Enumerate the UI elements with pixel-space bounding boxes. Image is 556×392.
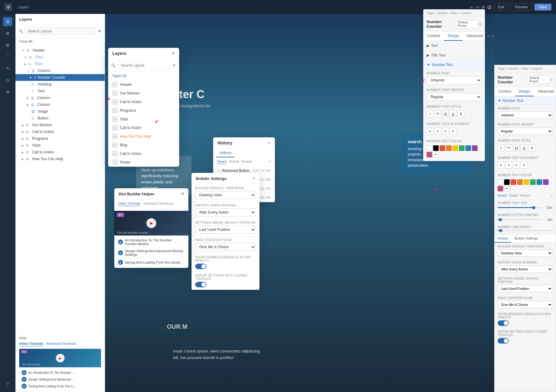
layer-toggle[interactable]: ▼ bbox=[27, 69, 30, 73]
layers-close-all[interactable]: Close All bbox=[15, 38, 105, 45]
layer-toggle[interactable]: ▶ bbox=[22, 157, 24, 161]
italic-btn[interactable]: I bbox=[427, 111, 433, 117]
layer-our-mission[interactable]: ▶ ⊞ Our Mission bbox=[15, 122, 105, 128]
panel-more-icon[interactable]: ▼ bbox=[487, 35, 490, 38]
layer-toggle[interactable]: ▶ bbox=[27, 96, 29, 100]
sidebar-settings-icon[interactable]: ⚙ bbox=[3, 87, 12, 97]
rp-color-picker[interactable]: ✏ bbox=[504, 186, 510, 191]
rp-swatch-orange[interactable] bbox=[517, 179, 523, 185]
bs-toggle-opacity[interactable] bbox=[195, 264, 206, 269]
help-video-thumb[interactable]: divi ▶ The Divi Numb... bbox=[19, 349, 101, 367]
rp-underline-btn[interactable]: U bbox=[521, 144, 528, 151]
layer-cta-2[interactable]: ▶ ⊞ Call to Action bbox=[15, 149, 105, 156]
color-picker-btn[interactable]: ✏ bbox=[433, 152, 439, 157]
layer-button[interactable]: ⊡ Button bbox=[15, 115, 105, 122]
history-subtab-saved[interactable]: Saved bbox=[217, 160, 226, 164]
history-subtab-recent[interactable]: Recent bbox=[241, 160, 252, 164]
layer-column-1[interactable]: ▼ ▥ Column bbox=[15, 67, 105, 74]
layer-toggle[interactable]: ▼ bbox=[22, 49, 25, 52]
rp-bottom-tab-history[interactable]: History bbox=[495, 235, 511, 243]
dh-list-item-3[interactable]: ▶ Saving And Loading From the Library bbox=[114, 258, 188, 267]
dh-video-thumb[interactable]: divi ▶ The Divi Number Counter ... bbox=[114, 211, 188, 236]
strikethrough-btn[interactable]: T bbox=[457, 111, 464, 117]
rp-swatch-black[interactable] bbox=[504, 179, 510, 185]
sidebar-edit-icon[interactable]: ✎ bbox=[3, 64, 12, 73]
dh-close[interactable]: × bbox=[181, 191, 184, 196]
bs-select-view-mode[interactable]: Desktop View bbox=[195, 191, 256, 199]
bs-close[interactable]: × bbox=[252, 176, 255, 181]
layer-toggle[interactable]: ▶ bbox=[24, 62, 27, 66]
history-subtab-global[interactable]: Global bbox=[229, 160, 239, 164]
rp-swatch-red[interactable] bbox=[511, 179, 516, 185]
rp-swatch-gradient[interactable] bbox=[498, 186, 503, 191]
tab-design[interactable]: Design bbox=[444, 31, 463, 41]
rp-size-slider[interactable] bbox=[498, 207, 542, 208]
layer-toggle[interactable]: ▶ bbox=[22, 137, 24, 140]
sidebar-search-icon[interactable]: ⊕ bbox=[3, 29, 12, 38]
dh-tab-videos[interactable]: Video Tutorials bbox=[118, 202, 141, 206]
number-font-select[interactable]: Urbanist bbox=[427, 76, 482, 84]
tt-btn-1[interactable]: TT bbox=[434, 111, 441, 117]
gear-icon[interactable]: ⚙ bbox=[5, 3, 12, 11]
align-left-btn[interactable]: ≡ bbox=[427, 128, 433, 135]
rp-number-font-select[interactable]: Urbanist bbox=[498, 111, 553, 119]
rp-saved-tab[interactable]: Saved bbox=[498, 194, 506, 197]
rp-align-justify[interactable]: ≡ bbox=[521, 162, 528, 169]
align-justify-btn[interactable]: ≡ bbox=[450, 128, 457, 135]
rp-bottom-tab-builder-settings[interactable]: Builder Settings bbox=[511, 235, 541, 243]
tab-advanced[interactable]: Advanced bbox=[463, 31, 486, 41]
rp-swatch-green[interactable] bbox=[530, 179, 536, 185]
sidebar-history-icon[interactable]: ◷ bbox=[3, 76, 12, 85]
help-tab-videos[interactable]: Video Tutorials bbox=[19, 342, 43, 346]
dialog-layer-header[interactable]: ⊞ Header bbox=[108, 80, 179, 89]
rp-bs-toggle-group[interactable] bbox=[498, 338, 509, 344]
layer-column-3[interactable]: ▶ ▥ Column bbox=[15, 101, 105, 108]
dialog-layer-footer[interactable]: ⊞ Footer bbox=[108, 158, 179, 167]
rp-swatch-white[interactable] bbox=[498, 179, 503, 185]
rp-strikethrough-btn[interactable]: T bbox=[529, 144, 535, 151]
rp-preset[interactable]: Default Preset bbox=[527, 75, 550, 84]
sidebar-layers-icon[interactable]: ☰ bbox=[3, 17, 12, 26]
dh-list-item-2[interactable]: ▶ Design Settings And Advanced Module Se… bbox=[114, 248, 188, 258]
dh-tab-shortcuts[interactable]: Keyboard Shortcuts bbox=[144, 202, 174, 206]
layer-how-you-can-help[interactable]: ▶ ⊞ How You Can Help bbox=[15, 156, 105, 162]
swatch-gradient[interactable] bbox=[427, 152, 432, 157]
panel-preset[interactable]: Default Preset bbox=[456, 20, 478, 28]
swatch-green[interactable] bbox=[459, 145, 465, 151]
tab-content[interactable]: Content bbox=[423, 31, 444, 41]
bs-toggle-groups[interactable] bbox=[195, 282, 206, 287]
layer-toggle[interactable]: ▶ bbox=[27, 103, 29, 106]
rp-tt-btn-2[interactable]: TT bbox=[513, 144, 520, 151]
layer-image[interactable]: 🖼 Image bbox=[15, 108, 105, 115]
help-play-button[interactable]: ▶ bbox=[56, 354, 65, 362]
dialog-open-all[interactable]: Open All bbox=[108, 72, 179, 80]
swatch-black[interactable] bbox=[433, 145, 439, 151]
rp-bs-modal-position-select[interactable]: Last Used Position bbox=[498, 285, 553, 292]
dialog-layer-stats[interactable]: ⊞ Stats bbox=[108, 115, 179, 123]
dialog-layer-our-mission[interactable]: ⊞ Our Mission bbox=[108, 89, 179, 98]
rp-swatch-yellow[interactable] bbox=[524, 179, 529, 185]
rp-refresh-icon[interactable]: ↺ bbox=[550, 194, 553, 197]
align-right-btn[interactable]: ≡ bbox=[442, 128, 449, 135]
layer-toggle[interactable]: ▶ bbox=[22, 151, 24, 154]
swatch-orange[interactable] bbox=[446, 145, 452, 151]
rp-bs-toggle-disabled[interactable] bbox=[498, 320, 509, 326]
layer-toggle[interactable]: ▶ bbox=[22, 130, 24, 134]
rp-swatch-blue[interactable] bbox=[537, 179, 542, 185]
underline-btn[interactable]: U bbox=[450, 111, 457, 117]
video-list-item-1[interactable]: ▶ An Introduction To The Number ... bbox=[19, 369, 101, 376]
exit-button[interactable]: Exit bbox=[494, 3, 508, 11]
layer-programs[interactable]: ▶ ⊞ Programs bbox=[15, 135, 105, 142]
swatch-purple[interactable] bbox=[472, 145, 478, 151]
layer-header[interactable]: ▼ ⊞ Header bbox=[15, 47, 105, 54]
layer-stats[interactable]: ▶ ⊞ Stats bbox=[15, 142, 105, 149]
video-list-item-3[interactable]: ▶ Saving And Loading From The Li... bbox=[19, 383, 101, 390]
rp-align-center[interactable]: ≡ bbox=[505, 162, 512, 169]
dialog-layer-programs[interactable]: ⊞ Programs bbox=[108, 106, 179, 115]
rp-align-right[interactable]: ≡ bbox=[513, 162, 520, 169]
dialog-layer-cta-1[interactable]: ⊞ Call to Action bbox=[108, 98, 179, 106]
undo-icon[interactable]: ↩ bbox=[470, 5, 474, 10]
rp-bs-history-interval-select[interactable]: After Every Action bbox=[498, 265, 553, 273]
history-refresh-icon[interactable]: ↺ bbox=[268, 160, 271, 164]
rp-line-height-slider[interactable] bbox=[498, 230, 553, 231]
